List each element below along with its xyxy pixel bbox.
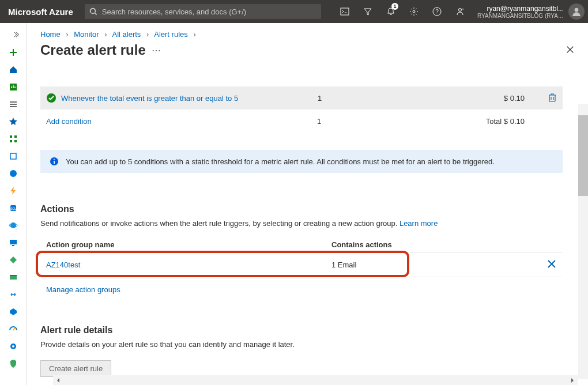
remove-action-group-button[interactable] <box>546 259 557 271</box>
help-button[interactable] <box>425 0 448 23</box>
close-button[interactable] <box>566 46 574 55</box>
dashboard-icon <box>9 82 18 92</box>
svg-rect-10 <box>10 153 16 159</box>
content-scroll[interactable]: Whenever the total event is greater than… <box>27 77 576 353</box>
rail-vm[interactable] <box>0 234 26 251</box>
rail-favorites[interactable] <box>0 113 26 130</box>
home-icon <box>9 65 18 74</box>
condition-cost: $ 0.10 <box>375 94 548 103</box>
cloud-shell-icon <box>340 7 349 16</box>
delete-condition-button[interactable] <box>548 93 557 104</box>
chevron-left-icon <box>55 378 61 383</box>
notifications-button[interactable]: 1 <box>379 0 402 23</box>
rail-expand-button[interactable] <box>0 25 26 44</box>
diamond-icon <box>9 255 18 265</box>
cosmos-icon <box>9 221 18 230</box>
condition-row: Whenever the total event is greater than… <box>40 86 563 110</box>
cloud-shell-button[interactable] <box>333 0 356 23</box>
aad-icon <box>9 307 18 316</box>
user-menu[interactable]: ryan@ryanmangansitbl... RYANMANGANSITBLO… <box>472 3 588 20</box>
search-icon <box>89 7 97 16</box>
info-bar: You can add up to 5 conditions with a st… <box>40 150 563 173</box>
rail-aad[interactable] <box>0 303 26 320</box>
breadcrumb: Home › Monitor › All alerts › Alert rule… <box>27 23 588 42</box>
condition-summary-row: Add condition 1 Total $ 0.10 <box>40 110 563 133</box>
footer-bar: Create alert rule <box>40 360 574 377</box>
svg-point-25 <box>54 159 55 160</box>
rail-virtual-network[interactable] <box>0 286 26 303</box>
azure-logo[interactable]: Microsoft Azure <box>0 7 85 17</box>
details-description: Provide details on your alert rule so th… <box>40 340 563 349</box>
settings-button[interactable] <box>402 0 425 23</box>
user-email: ryan@ryanmangansitbl... <box>477 5 564 13</box>
chevron-right-icon: › <box>104 30 107 39</box>
svg-rect-24 <box>54 161 55 164</box>
svg-rect-6 <box>10 135 12 138</box>
breadcrumb-alert-rules[interactable]: Alert rules <box>154 30 188 39</box>
condition-total-count: 1 <box>317 117 375 126</box>
svg-text:SQL: SQL <box>10 207 16 210</box>
actions-description: Send notifications or invoke actions whe… <box>40 219 563 228</box>
list-icon <box>9 100 18 109</box>
action-group-name-link[interactable]: AZ140test <box>46 261 331 269</box>
gear-icon <box>409 7 419 16</box>
svg-point-3 <box>459 9 462 12</box>
sql-icon: SQL <box>9 203 18 213</box>
feedback-button[interactable] <box>448 0 472 23</box>
search-input[interactable] <box>102 7 316 16</box>
chevron-right-double-icon <box>12 31 20 39</box>
close-icon <box>546 259 557 269</box>
breadcrumb-home[interactable]: Home <box>40 30 61 39</box>
manage-action-groups-link[interactable]: Manage action groups <box>40 285 120 294</box>
breadcrumb-all-alerts[interactable]: All alerts <box>112 30 141 39</box>
rail-dashboard[interactable] <box>0 78 26 96</box>
learn-more-link[interactable]: Learn more <box>399 219 438 228</box>
chevron-right-icon <box>570 378 575 383</box>
add-condition-link[interactable]: Add condition <box>46 117 317 126</box>
svg-rect-16 <box>10 240 17 244</box>
condition-link[interactable]: Whenever the total event is greater than… <box>61 94 318 103</box>
help-icon <box>432 7 442 16</box>
rail-load-balancer[interactable] <box>0 251 26 269</box>
column-action-group-name: Action group name <box>46 240 331 249</box>
main-content: Home › Monitor › All alerts › Alert rule… <box>27 23 588 385</box>
breadcrumb-monitor[interactable]: Monitor <box>74 30 99 39</box>
header-icons: 1 <box>333 0 472 23</box>
svg-rect-9 <box>14 140 17 142</box>
column-contains-actions: Contains actions <box>331 240 557 249</box>
rail-cosmos[interactable] <box>0 217 26 234</box>
rail-all-services[interactable] <box>0 96 26 113</box>
feedback-icon <box>455 7 465 16</box>
filter-icon <box>363 7 372 16</box>
rail-monitor[interactable] <box>0 320 26 338</box>
rail-sql[interactable]: SQL <box>0 199 26 217</box>
filter-button[interactable] <box>356 0 379 23</box>
close-icon <box>566 46 574 54</box>
svg-point-4 <box>575 8 579 12</box>
left-nav-rail: SQL <box>0 23 27 385</box>
horizontal-scrollbar[interactable] <box>53 375 578 385</box>
avatar[interactable] <box>568 3 585 20</box>
svg-rect-0 <box>341 8 349 15</box>
create-alert-rule-button[interactable]: Create alert rule <box>40 360 111 377</box>
rail-function-app[interactable] <box>0 182 26 199</box>
user-tenant: RYANMANGANSITBLOG (RYANM... <box>477 13 564 19</box>
lightning-icon <box>9 186 18 195</box>
vertical-scrollbar-thumb[interactable] <box>578 115 588 196</box>
rail-advisor[interactable] <box>0 338 26 355</box>
global-search[interactable] <box>85 4 321 19</box>
top-header: Microsoft Azure 1 ryan@ryanmangansitbl..… <box>0 0 588 23</box>
more-button[interactable]: ⋯ <box>152 45 161 56</box>
rail-app-services[interactable] <box>0 165 26 182</box>
chevron-right-icon: › <box>66 30 68 39</box>
trash-icon <box>548 93 557 102</box>
rail-all-resources[interactable] <box>0 130 26 148</box>
rail-create-resource[interactable] <box>0 44 26 61</box>
rail-home[interactable] <box>0 61 26 78</box>
rail-storage[interactable] <box>0 269 26 286</box>
rail-security[interactable] <box>0 355 26 372</box>
svg-rect-17 <box>12 245 14 246</box>
rail-resource-groups[interactable] <box>0 148 26 165</box>
person-icon <box>571 6 582 17</box>
cube-icon <box>9 152 18 161</box>
